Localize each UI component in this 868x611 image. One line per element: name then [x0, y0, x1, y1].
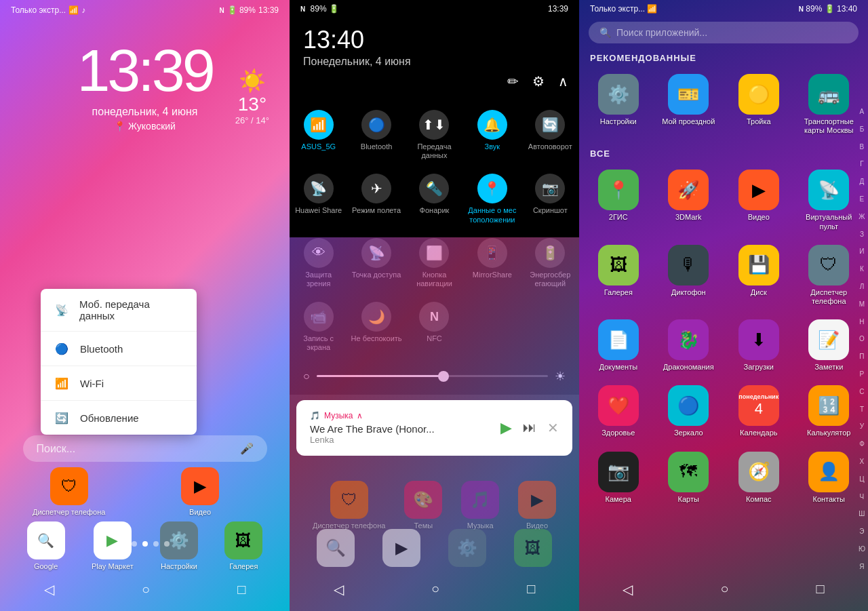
- alpha-ch[interactable]: Ч: [860, 494, 865, 500]
- alpha-z[interactable]: З: [860, 231, 864, 238]
- app-video-mid[interactable]: ▶ Видео: [181, 467, 219, 516]
- music-play-button[interactable]: ▶: [500, 419, 512, 437]
- app-troika[interactable]: 🟡 Тройка: [725, 68, 793, 140]
- dock-google[interactable]: 🔍 Google: [27, 521, 65, 570]
- lock-search-input[interactable]: [37, 443, 233, 455]
- alpha-p[interactable]: П: [859, 353, 864, 360]
- shade-nav-home[interactable]: ○: [425, 574, 446, 604]
- alpha-v[interactable]: В: [860, 144, 865, 151]
- app-gallery[interactable]: 🖼 Галерея: [585, 239, 652, 311]
- app-phone-manager[interactable]: 🛡 Диспетчер телефона: [795, 239, 863, 311]
- app-docs[interactable]: 📄 Документы: [585, 314, 652, 377]
- blurred-themes: 🎨 Темы: [404, 481, 442, 530]
- alpha-o[interactable]: О: [859, 336, 865, 342]
- alpha-h[interactable]: Х: [860, 458, 865, 465]
- toggle-rotation[interactable]: 🔄 Автоповорот: [521, 102, 579, 165]
- context-bluetooth[interactable]: 🔵 Bluetooth: [41, 332, 197, 366]
- app-video[interactable]: ▶ Видео: [725, 164, 793, 236]
- drawer-search-input[interactable]: [616, 27, 848, 38]
- toggle-wifi[interactable]: 📶 ASUS_5G: [290, 102, 347, 165]
- app-health[interactable]: ❤️ Здоровье: [585, 380, 652, 443]
- alpha-d[interactable]: Д: [860, 178, 865, 185]
- app-maps[interactable]: 🗺 Карты: [655, 446, 723, 509]
- app-my-ticket[interactable]: 🎫 Мой проездной: [655, 68, 723, 140]
- app-camera[interactable]: 📷 Камера: [585, 446, 652, 509]
- toggle-bluetooth-label: Bluetooth: [361, 142, 392, 151]
- shade-nav-recent[interactable]: □: [520, 574, 542, 604]
- toggle-sound[interactable]: 🔔 Звук: [463, 102, 521, 165]
- shade-nav-back[interactable]: ◁: [327, 574, 351, 604]
- alpha-ts[interactable]: Ц: [859, 476, 864, 483]
- alpha-yu[interactable]: Ю: [859, 546, 865, 553]
- alpha-n[interactable]: Н: [859, 319, 864, 326]
- toggle-data[interactable]: ⬆⬇ Передача данных: [406, 102, 463, 165]
- alpha-e2[interactable]: Э: [859, 528, 864, 535]
- app-dragonmania[interactable]: 🐉 Дракономания: [655, 314, 723, 377]
- nav-back-button[interactable]: ◁: [37, 574, 61, 604]
- toggle-location[interactable]: 📍 Данные о мес тоположении: [463, 165, 521, 229]
- app-calculator[interactable]: 🔢 Калькулятор: [795, 380, 863, 443]
- app-dispatcher[interactable]: 🛡 Диспетчер телефона: [33, 467, 105, 516]
- music-next-button[interactable]: ⏭: [523, 420, 536, 435]
- app-contacts[interactable]: 👤 Контакты: [795, 446, 863, 509]
- app-compass[interactable]: 🧭 Компас: [725, 446, 793, 509]
- lock-search-bar[interactable]: 🎤: [23, 435, 267, 462]
- drawer-nav-recent[interactable]: □: [809, 574, 831, 604]
- toggle-screenshot-icon: 📷: [535, 174, 565, 203]
- toggle-screenshot[interactable]: 📷 Скриншот: [521, 165, 579, 229]
- alpha-m[interactable]: М: [859, 301, 865, 308]
- context-mobile-data[interactable]: 📡 Моб. передача данных: [41, 289, 197, 332]
- toggle-bluetooth[interactable]: 🔵 Bluetooth: [347, 102, 405, 165]
- app-calendar[interactable]: понедельник 4 Календарь: [725, 380, 793, 443]
- drawer-nav-back[interactable]: ◁: [616, 574, 639, 604]
- alpha-k[interactable]: К: [860, 266, 864, 273]
- nav-recent-button[interactable]: □: [231, 575, 252, 604]
- lock-screen: Только экстр... 📶 ♪ N 🔋 89% 13:39 13:39 …: [0, 0, 290, 611]
- app-downloads[interactable]: ⬇ Загрузки: [725, 314, 793, 377]
- edit-icon[interactable]: ✏: [507, 73, 519, 90]
- context-wifi[interactable]: 📶 Wi-Fi: [41, 366, 197, 401]
- drawer-search-bar[interactable]: 🔍: [589, 22, 859, 43]
- alpha-f[interactable]: Ф: [859, 441, 865, 448]
- toggle-flashlight[interactable]: 🔦 Фонарик: [406, 165, 463, 229]
- microphone-icon[interactable]: 🎤: [240, 442, 254, 455]
- app-dictaphone[interactable]: 🎙 Диктофон: [655, 239, 723, 311]
- alpha-b[interactable]: Б: [860, 126, 865, 133]
- toggle-huawei-share[interactable]: 📡 Huawei Share: [290, 165, 347, 229]
- dot-4: [153, 541, 159, 547]
- app-virtual-remote[interactable]: 📡 Виртуальный пульт: [795, 164, 863, 236]
- dock-gallery[interactable]: 🖼 Галерея: [224, 521, 262, 570]
- alpha-r[interactable]: Р: [860, 371, 865, 378]
- settings-icon[interactable]: ⚙: [532, 73, 545, 90]
- app-settings[interactable]: ⚙️ Настройки: [585, 68, 652, 140]
- alpha-a[interactable]: А: [860, 109, 865, 115]
- toggle-wifi-icon: 📶: [304, 110, 334, 140]
- alpha-sh[interactable]: Ш: [859, 511, 865, 517]
- expand-icon[interactable]: ∧: [558, 73, 568, 90]
- app-notes[interactable]: 📝 Заметки: [795, 314, 863, 377]
- alpha-t[interactable]: Т: [860, 406, 864, 413]
- alpha-ya[interactable]: Я: [859, 564, 864, 570]
- app-2gis[interactable]: 📍 2ГИС: [585, 164, 652, 236]
- drawer-status-bar: Только экстр... 📶 N 89% 🔋 13:40: [579, 0, 868, 18]
- alphabet-sidebar[interactable]: А Б В Г Д Е Ж З И К Л М Н О П Р С Т У Ф …: [859, 109, 865, 570]
- alpha-i[interactable]: И: [859, 248, 864, 255]
- music-close-button[interactable]: ✕: [547, 420, 559, 436]
- app-mirror[interactable]: 🔵 Зеркало: [655, 380, 723, 443]
- app-remote-icon: 📡: [808, 170, 849, 210]
- alpha-u[interactable]: У: [860, 423, 864, 430]
- alpha-g[interactable]: Г: [860, 161, 863, 167]
- nav-home-button[interactable]: ○: [135, 575, 157, 604]
- alpha-zh[interactable]: Ж: [859, 214, 865, 220]
- toggle-airplane[interactable]: ✈ Режим полета: [347, 165, 405, 229]
- alpha-s[interactable]: С: [859, 389, 864, 395]
- app-3dmark[interactable]: 🚀 3DMark: [655, 164, 723, 236]
- app-disk[interactable]: 💾 Диск: [725, 239, 793, 311]
- alpha-e[interactable]: Е: [860, 196, 865, 203]
- page-dots: [121, 541, 170, 547]
- alpha-l[interactable]: Л: [860, 283, 865, 290]
- context-update[interactable]: 🔄 Обновление: [41, 401, 197, 435]
- music-expand-icon[interactable]: ∧: [357, 411, 363, 420]
- app-transport[interactable]: 🚌 Транспортные карты Москвы: [795, 68, 863, 140]
- drawer-nav-home[interactable]: ○: [713, 574, 735, 604]
